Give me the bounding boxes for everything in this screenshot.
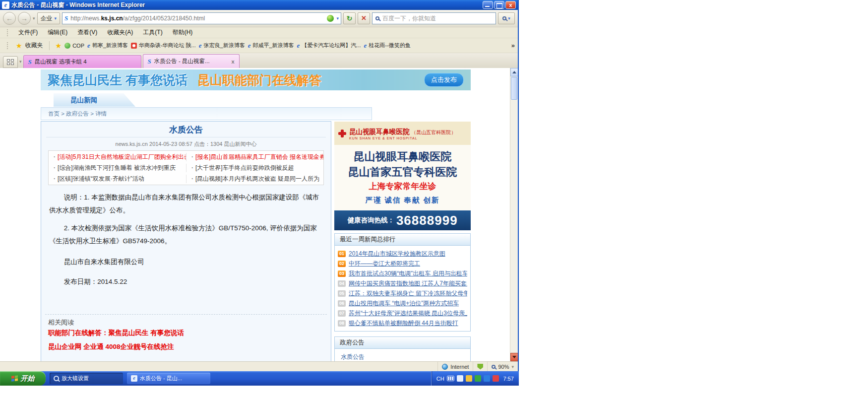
separator bbox=[49, 41, 50, 50]
related-reading-label: 相关阅读 bbox=[48, 318, 74, 327]
tab-active-water-notice[interactable]: S水质公告 - 昆山视窗...x bbox=[143, 54, 240, 68]
start-button[interactable]: 开始 bbox=[0, 371, 46, 386]
address-dropdown-icon[interactable]: ▾ bbox=[336, 16, 339, 21]
favorites-overflow-button[interactable]: » bbox=[511, 42, 515, 49]
keyboard-icon[interactable] bbox=[447, 376, 454, 381]
refresh-button[interactable]: ↻ bbox=[343, 12, 356, 24]
scroll-up-button[interactable] bbox=[510, 68, 518, 76]
web-page: 聚焦昆山民生 有事您说话 昆山职能部门在线解答 点击发布 昆山新闻 首页 > 政… bbox=[0, 68, 510, 361]
zoom-icon bbox=[492, 365, 496, 369]
ranking-link[interactable]: 狠心爹不慎贴单被翻脸醉倒 44月当街殴打 bbox=[349, 319, 458, 328]
ranking-link[interactable]: 昆山投用电调车 “电调+泊位”两种方式招车 bbox=[349, 299, 459, 308]
url-text: http://news.ks.js.cn/a/zfgg/2014/0523/21… bbox=[70, 15, 324, 22]
ranking-link[interactable]: 中环——娄江大桥即将完工 bbox=[349, 260, 420, 268]
scroll-down-button[interactable] bbox=[510, 353, 518, 361]
task-button-magnifier[interactable]: 放大镜设置 bbox=[50, 373, 123, 384]
tab-bar: ▾ S昆山视窗 选项卡组 4 S水质公告 - 昆山视窗...x bbox=[0, 53, 518, 68]
menu-view[interactable]: 查看(V) bbox=[73, 27, 102, 38]
scrollbar-thumb[interactable] bbox=[511, 77, 517, 100]
hot-link[interactable]: [活动]5月31日大自然地板淀山湖工厂团购全利出击 bbox=[49, 153, 186, 161]
hot-link[interactable]: [综合]湖南渔民下河打鱼睡着 被洪水冲到重庆 bbox=[49, 164, 186, 172]
tab-list-dropdown-icon[interactable]: ▾ bbox=[19, 59, 22, 64]
minimize-button[interactable] bbox=[483, 1, 493, 9]
breadcrumb[interactable]: 首页 > 政府公告 > 详情 bbox=[41, 107, 372, 120]
ad-line: 昆山视眼耳鼻喉医院 bbox=[334, 149, 471, 164]
back-button[interactable]: ← bbox=[3, 12, 16, 25]
rank-badge: 03 bbox=[338, 270, 346, 277]
quick-tabs-button[interactable] bbox=[3, 56, 18, 68]
hot-link[interactable]: [报名]昆山首届精品家具工厂直销会 报名送现金券 bbox=[186, 153, 323, 161]
navigation-bar: ← → ▾ 企业▾ S http://news.ks.js.cn/a/zfgg/… bbox=[0, 10, 518, 27]
hot-link[interactable]: [大千世界]车手终点前耍帅跌倒被反超 bbox=[186, 164, 323, 172]
menu-help[interactable]: 帮助(H) bbox=[168, 27, 197, 38]
red-cross-icon bbox=[338, 130, 346, 137]
zoom-level: 90% bbox=[498, 364, 509, 370]
section-tab-news[interactable]: 昆山新闻 bbox=[54, 93, 135, 107]
ranking-link[interactable]: 我市首批试点30辆“电调”出租车 启用与出租车 bbox=[349, 269, 467, 278]
search-go-button[interactable]: ▾ bbox=[498, 12, 515, 24]
rank-badge: 08 bbox=[338, 320, 346, 327]
ranking-link[interactable]: 2014年昆山市城区学校施教区示意图 bbox=[349, 250, 445, 258]
favorite-item[interactable]: COP bbox=[64, 43, 84, 49]
tray-ime-icon[interactable] bbox=[457, 375, 463, 382]
favorite-item[interactable]: 华商杂谈-华商论坛 陕... bbox=[131, 42, 196, 49]
ranking-item: 05江苏：双独夫妻车祸身亡 留下冷冻胚胎父母争夺 bbox=[338, 288, 467, 298]
favorite-item[interactable]: e郎咸平_新浪博客 bbox=[248, 42, 294, 50]
hot-link[interactable]: [昆山视频]本月内手机两次被盗 疑是同一人所为 bbox=[186, 175, 323, 183]
tab-close-icon[interactable]: x bbox=[231, 59, 234, 65]
tray-alert-icon[interactable] bbox=[466, 375, 472, 382]
tab-group-kunshan[interactable]: S昆山视窗 选项卡组 4 bbox=[23, 55, 141, 68]
search-icon bbox=[502, 16, 506, 20]
ranking-link[interactable]: 江苏：双独夫妻车祸身亡 留下冷冻胚胎父母争夺 bbox=[349, 289, 467, 298]
menu-favorites[interactable]: 收藏夹(A) bbox=[103, 27, 137, 38]
history-dropdown-icon[interactable]: ▾ bbox=[33, 16, 35, 21]
maximize-button[interactable] bbox=[494, 1, 504, 9]
site-banner[interactable]: 聚焦昆山民生 有事您说话 昆山职能部门在线解答 点击发布 bbox=[41, 69, 471, 90]
banner-publish-button[interactable]: 点击发布 bbox=[424, 73, 464, 87]
menu-file[interactable]: 文件(F) bbox=[14, 27, 42, 38]
zone-button[interactable]: 企业▾ bbox=[37, 12, 61, 24]
ranking-item: 07苏州“十大好母亲”评选结果揭晓 昆山3位母亲上榜 bbox=[338, 308, 467, 318]
forward-button[interactable]: → bbox=[18, 12, 31, 25]
ie-page-icon: e bbox=[297, 42, 300, 50]
close-button[interactable]: x bbox=[505, 1, 516, 9]
favorite-item[interactable]: e【爱卡汽车论坛网】汽... bbox=[297, 42, 361, 50]
language-indicator[interactable]: CH bbox=[436, 376, 444, 382]
hot-links-row: [活动]5月31日大自然地板淀山湖工厂团购全利出击 [报名]昆山首届精品家具工厂… bbox=[49, 153, 323, 161]
task-button-ie[interactable]: e 水质公告 - 昆山... bbox=[127, 373, 210, 384]
related-link[interactable]: 职能部门在线解答：聚焦昆山民生 有事您说话 bbox=[48, 329, 184, 337]
menu-edit[interactable]: 编辑(E) bbox=[43, 27, 72, 38]
hot-links-row: [综合]湖南渔民下河打鱼睡着 被洪水冲到重庆 [大千世界]车手终点前耍帅跌倒被反… bbox=[49, 164, 323, 172]
zoom-control[interactable]: 90% ▾ bbox=[487, 362, 518, 371]
article-publish-date: 发布日期：2014.5.22 bbox=[49, 275, 323, 288]
favorite-item[interactable]: e张宏良_新浪博客 bbox=[199, 42, 245, 50]
tray-green-icon[interactable] bbox=[475, 375, 481, 382]
plugin-orb-icon[interactable] bbox=[327, 15, 334, 22]
favorites-button[interactable]: 收藏夹 bbox=[25, 41, 43, 50]
hospital-ad-body[interactable]: 昆山视眼耳鼻喉医院 昆山首家五官专科医院 上海专家常年坐诊 严谨 诚信 奉献 创… bbox=[334, 145, 471, 210]
menu-tools[interactable]: 工具(T) bbox=[138, 27, 167, 38]
ranking-item: 06昆山投用电调车 “电调+泊位”两种方式招车 bbox=[338, 298, 467, 308]
favorite-item[interactable]: e桂花雨--微笑的鱼 bbox=[364, 42, 411, 50]
hot-link[interactable]: [区镇]张浦镇“双发展·齐献计”活动 bbox=[49, 175, 186, 183]
vertical-scrollbar[interactable] bbox=[510, 68, 518, 361]
menu-bar: 文件(F) 编辑(E) 查看(V) 收藏夹(A) 工具(T) 帮助(H) bbox=[0, 27, 518, 38]
ie-page-icon: e bbox=[199, 42, 202, 50]
favorite-item[interactable]: e韩寒_新浪博客 bbox=[87, 42, 128, 50]
hospital-ad-header[interactable]: 昆山视眼耳鼻喉医院 （昆山五官科医院） KUN SHAN EYE & ENT H… bbox=[334, 122, 471, 145]
article-title: 水质公告 bbox=[41, 124, 331, 135]
article-paragraph: 2. 本次检测依据为国家《生活饮用水标准检验方法》GB/T5750-2006, … bbox=[49, 222, 323, 248]
related-link[interactable]: 昆山企业网 企业通 4008企业靓号在线抢注 bbox=[48, 342, 174, 351]
ranking-item: 03我市首批试点30辆“电调”出租车 启用与出租车 bbox=[338, 268, 467, 278]
add-favorite-icon[interactable]: ★ bbox=[56, 42, 62, 49]
ranking-link[interactable]: 网传中国买房痛苦指数地图 江苏人7年能买套房 bbox=[349, 279, 467, 288]
hot-links-row: [区镇]张浦镇“双发展·齐献计”活动 [昆山视频]本月内手机两次被盗 疑是同一人… bbox=[49, 175, 323, 183]
clock: 7:57 bbox=[503, 376, 514, 382]
gov-notice-link[interactable]: 水质公告 bbox=[335, 349, 470, 361]
tray-red-icon[interactable] bbox=[493, 375, 499, 382]
search-input[interactable]: 百度一下，你就知道 bbox=[372, 12, 496, 24]
tray-blue-icon[interactable] bbox=[484, 375, 490, 382]
ranking-link[interactable]: 苏州“十大好母亲”评选结果揭晓 昆山3位母亲上榜 bbox=[349, 309, 467, 318]
address-bar[interactable]: S http://news.ks.js.cn/a/zfgg/2014/0523/… bbox=[62, 12, 341, 24]
stop-button[interactable]: ✕ bbox=[358, 12, 370, 24]
